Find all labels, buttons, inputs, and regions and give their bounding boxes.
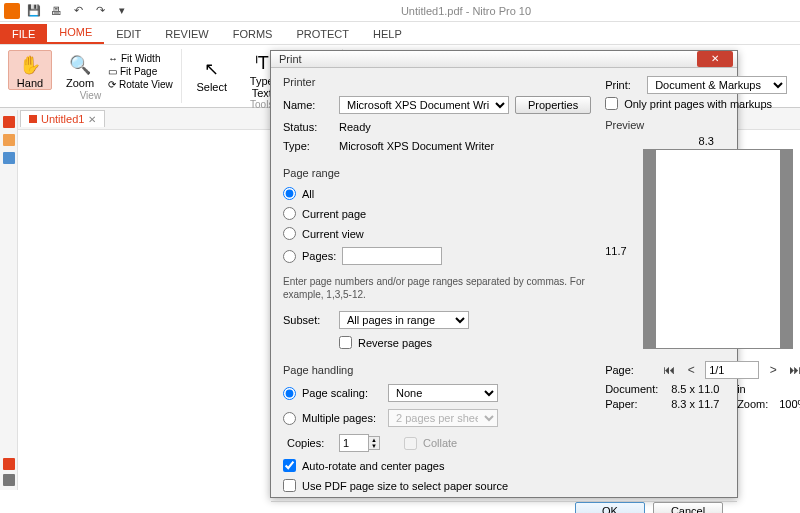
title-bar: 💾 🖶 ↶ ↷ ▾ Untitled1.pdf - Nitro Pro 10 — [0, 0, 800, 22]
group-view-label: View — [80, 90, 102, 103]
last-page-icon[interactable]: ⏭ — [787, 363, 800, 377]
page-nav-label: Page: — [605, 364, 655, 376]
rotate-icon: ⟳ — [108, 79, 116, 90]
sidebar-bookmarks-icon[interactable] — [3, 134, 15, 146]
subset-select[interactable]: All pages in range — [339, 311, 469, 329]
sidebar-layers-icon[interactable] — [3, 152, 15, 164]
select-button[interactable]: ↖ Select — [190, 55, 234, 93]
type-label: Type: — [283, 140, 333, 152]
subset-label: Subset: — [283, 314, 333, 326]
hand-icon: ✋ — [18, 53, 42, 77]
undo-icon[interactable]: ↶ — [70, 3, 86, 19]
multiple-pages-radio[interactable] — [283, 412, 296, 425]
document-tab[interactable]: Untitled1 ✕ — [20, 110, 105, 127]
use-pdf-size-checkbox[interactable] — [283, 479, 296, 492]
zoom-icon: 🔍 — [68, 53, 92, 77]
pdf-tab-icon — [29, 115, 37, 123]
properties-button[interactable]: Properties — [515, 96, 591, 114]
zoom-label: Zoom: — [737, 398, 773, 410]
rotate-view-button[interactable]: ⟳Rotate View — [108, 79, 173, 90]
copies-input[interactable] — [339, 434, 369, 452]
type-value: Microsoft XPS Document Writer — [339, 140, 494, 152]
range-all-radio[interactable] — [283, 187, 296, 200]
dialog-footer: OK Cancel — [271, 501, 737, 513]
preview-height-label: 11.7 — [605, 245, 629, 257]
app-logo-icon — [4, 3, 20, 19]
ok-button[interactable]: OK — [575, 502, 645, 513]
first-page-icon[interactable]: ⏮ — [661, 363, 677, 377]
tab-review[interactable]: REVIEW — [153, 24, 220, 44]
document-size-value: 8.5 x 11.0 — [671, 383, 731, 395]
printer-section-label: Printer — [283, 76, 591, 88]
range-current-page-radio[interactable] — [283, 207, 296, 220]
page-range-section-label: Page range — [283, 167, 591, 179]
range-current-view-radio[interactable] — [283, 227, 296, 240]
paper-size-label: Paper: — [605, 398, 665, 410]
tab-home[interactable]: HOME — [47, 22, 104, 44]
copies-label: Copies: — [283, 437, 333, 449]
document-size-unit: in — [737, 383, 746, 395]
paper-size-value: 8.3 x 11.7 — [671, 398, 731, 410]
qat-more-icon[interactable]: ▾ — [114, 3, 130, 19]
copies-down-icon[interactable]: ▼ — [369, 443, 379, 449]
zoom-button[interactable]: 🔍 Zoom — [58, 51, 102, 89]
page-nav-input[interactable] — [705, 361, 759, 379]
collate-checkbox — [404, 437, 417, 450]
sidebar-bottom-a-icon[interactable] — [3, 458, 15, 470]
dialog-close-button[interactable]: ✕ — [697, 51, 733, 67]
dialog-titlebar: Print ✕ — [271, 51, 737, 68]
copies-spinbox[interactable]: ▲▼ — [339, 434, 380, 452]
tab-help[interactable]: HELP — [361, 24, 414, 44]
print-icon[interactable]: 🖶 — [48, 3, 64, 19]
page-handling-section-label: Page handling — [283, 364, 591, 376]
preview-section-label: Preview — [605, 119, 800, 131]
fit-width-icon: ↔ — [108, 53, 118, 64]
reverse-pages-checkbox[interactable] — [339, 336, 352, 349]
prev-page-icon[interactable]: < — [683, 363, 699, 377]
dialog-title-text: Print — [275, 53, 697, 65]
preview-width-label: 8.3 — [605, 135, 800, 147]
pages-input[interactable] — [342, 247, 442, 265]
tab-forms[interactable]: FORMS — [221, 24, 285, 44]
sidebar-bottom-b-icon[interactable] — [3, 474, 15, 486]
fit-page-button[interactable]: ▭Fit Page — [108, 66, 173, 77]
tab-file[interactable]: FILE — [0, 24, 47, 44]
page-scaling-select[interactable]: None — [388, 384, 498, 402]
print-dialog: Print ✕ Printer Name: Microsoft XPS Docu… — [270, 50, 738, 498]
hand-tool-button[interactable]: ✋ Hand — [8, 50, 52, 90]
left-sidebar — [0, 110, 18, 490]
menu-tabs: FILE HOME EDIT REVIEW FORMS PROTECT HELP — [0, 22, 800, 44]
select-icon: ↖ — [200, 57, 224, 81]
status-value: Ready — [339, 121, 371, 133]
only-markups-checkbox[interactable] — [605, 97, 618, 110]
name-label: Name: — [283, 99, 333, 111]
print-content-select[interactable]: Document & Markups — [647, 76, 787, 94]
close-tab-icon[interactable]: ✕ — [88, 114, 96, 125]
multiple-pages-select: 2 pages per sheet — [388, 409, 498, 427]
sidebar-pages-icon[interactable] — [3, 116, 15, 128]
save-icon[interactable]: 💾 — [26, 3, 42, 19]
window-title: Untitled1.pdf - Nitro Pro 10 — [136, 5, 796, 17]
document-size-label: Document: — [605, 383, 665, 395]
fit-width-button[interactable]: ↔Fit Width — [108, 53, 173, 64]
status-label: Status: — [283, 121, 333, 133]
page-scaling-radio[interactable] — [283, 387, 296, 400]
zoom-value: 100% — [779, 398, 800, 410]
printer-name-select[interactable]: Microsoft XPS Document Writer — [339, 96, 509, 114]
cancel-button[interactable]: Cancel — [653, 502, 723, 513]
auto-rotate-checkbox[interactable] — [283, 459, 296, 472]
print-label: Print: — [605, 79, 641, 91]
redo-icon[interactable]: ↷ — [92, 3, 108, 19]
next-page-icon[interactable]: > — [765, 363, 781, 377]
tab-edit[interactable]: EDIT — [104, 24, 153, 44]
tab-protect[interactable]: PROTECT — [284, 24, 361, 44]
fit-page-icon: ▭ — [108, 66, 117, 77]
range-pages-radio[interactable] — [283, 250, 296, 263]
preview-thumbnail — [643, 149, 793, 349]
range-note: Enter page numbers and/or page ranges se… — [283, 275, 591, 301]
